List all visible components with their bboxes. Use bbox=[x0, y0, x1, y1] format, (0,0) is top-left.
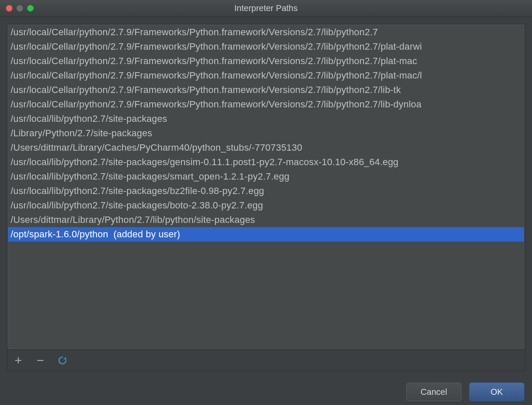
paths-panel: /usr/local/Cellar/python/2.7.9/Framework… bbox=[7, 24, 525, 371]
dialog-footer: Cancel OK bbox=[0, 379, 532, 405]
path-text: /usr/local/lib/python2.7/site-packages/b… bbox=[11, 186, 264, 196]
path-text: /usr/local/lib/python2.7/site-packages/g… bbox=[11, 157, 399, 167]
reload-icon bbox=[57, 355, 68, 366]
path-row[interactable]: /usr/local/Cellar/python/2.7.9/Framework… bbox=[8, 54, 524, 68]
path-text: /usr/local/Cellar/python/2.7.9/Framework… bbox=[11, 27, 378, 37]
path-row[interactable]: /Library/Python/2.7/site-packages bbox=[8, 126, 524, 141]
remove-path-button[interactable]: − bbox=[35, 355, 45, 366]
reload-paths-button[interactable] bbox=[57, 355, 68, 366]
ok-button[interactable]: OK bbox=[469, 382, 524, 401]
zoom-window-button[interactable] bbox=[27, 5, 34, 11]
path-row[interactable]: /usr/local/lib/python2.7/site-packages/g… bbox=[8, 155, 524, 169]
path-row[interactable]: /usr/local/lib/python2.7/site-packages bbox=[8, 112, 524, 126]
path-text: /Users/dittmar/Library/Python/2.7/lib/py… bbox=[11, 214, 255, 225]
window-title: Interpreter Paths bbox=[0, 3, 532, 13]
path-row[interactable]: /usr/local/Cellar/python/2.7.9/Framework… bbox=[8, 97, 524, 112]
path-row[interactable]: /usr/local/Cellar/python/2.7.9/Framework… bbox=[8, 68, 524, 83]
path-row[interactable]: /usr/local/Cellar/python/2.7.9/Framework… bbox=[8, 39, 524, 54]
add-path-button[interactable]: + bbox=[13, 355, 23, 366]
path-suffix: (added by user) bbox=[111, 229, 180, 239]
minus-icon: − bbox=[37, 354, 44, 367]
path-text: /usr/local/lib/python2.7/site-packages/s… bbox=[11, 171, 289, 182]
path-row[interactable]: /opt/spark-1.6.0/python (added by user) bbox=[8, 227, 524, 242]
path-row[interactable]: /usr/local/lib/python2.7/site-packages/s… bbox=[8, 169, 524, 184]
minimize-window-button[interactable] bbox=[17, 5, 23, 11]
path-row[interactable]: /usr/local/lib/python2.7/site-packages/b… bbox=[8, 184, 524, 198]
plus-icon: + bbox=[14, 354, 22, 367]
path-text: /opt/spark-1.6.0/python bbox=[11, 229, 108, 239]
path-row[interactable]: /usr/local/Cellar/python/2.7.9/Framework… bbox=[8, 83, 524, 97]
path-text: /usr/local/Cellar/python/2.7.9/Framework… bbox=[11, 99, 422, 110]
path-row[interactable]: /Users/dittmar/Library/Python/2.7/lib/py… bbox=[8, 213, 524, 227]
path-text: /usr/local/lib/python2.7/site-packages bbox=[11, 113, 167, 124]
path-text: /usr/local/Cellar/python/2.7.9/Framework… bbox=[11, 84, 401, 95]
path-text: /Users/dittmar/Library/Caches/PyCharm40/… bbox=[11, 142, 302, 153]
close-window-button[interactable] bbox=[6, 5, 12, 11]
paths-list[interactable]: /usr/local/Cellar/python/2.7.9/Framework… bbox=[8, 25, 524, 349]
traffic-lights bbox=[6, 5, 34, 11]
cancel-button[interactable]: Cancel bbox=[406, 382, 461, 401]
path-text: /Library/Python/2.7/site-packages bbox=[11, 128, 152, 138]
path-text: /usr/local/Cellar/python/2.7.9/Framework… bbox=[11, 56, 417, 66]
path-text: /usr/local/Cellar/python/2.7.9/Framework… bbox=[11, 41, 422, 52]
paths-toolbar: + − bbox=[7, 349, 525, 371]
path-text: /usr/local/lib/python2.7/site-packages/b… bbox=[11, 200, 263, 211]
path-row[interactable]: /usr/local/lib/python2.7/site-packages/b… bbox=[8, 198, 524, 213]
dialog-body: /usr/local/Cellar/python/2.7.9/Framework… bbox=[0, 17, 532, 379]
path-row[interactable]: /Users/dittmar/Library/Caches/PyCharm40/… bbox=[8, 141, 524, 155]
path-text: /usr/local/Cellar/python/2.7.9/Framework… bbox=[11, 70, 422, 81]
titlebar: Interpreter Paths bbox=[0, 0, 532, 17]
path-row[interactable]: /usr/local/Cellar/python/2.7.9/Framework… bbox=[8, 25, 524, 39]
